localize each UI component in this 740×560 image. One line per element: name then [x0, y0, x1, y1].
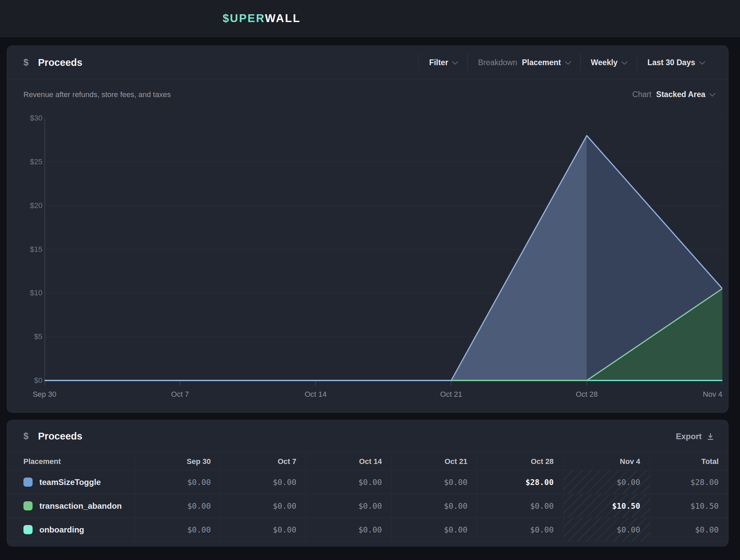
y-axis-tick-label: $25 [17, 157, 42, 167]
proceeds-table-body: teamSizeToggle $0.00$0.00$0.00$0.00$28.0… [7, 470, 728, 542]
dollar-icon: $ [23, 431, 29, 442]
chart-type-dropdown[interactable]: Chart Stacked Area [632, 90, 715, 99]
value-cell: $28.00 [650, 470, 728, 494]
chart-card-header: $ Proceeds Filter Breakdown Placement We… [7, 46, 728, 79]
proceeds-table: PlacementSep 30Oct 7Oct 14Oct 21Oct 28No… [7, 452, 728, 542]
x-axis-tick-label: Nov 4 [703, 390, 722, 399]
placement-name: transaction_abandon [39, 501, 122, 511]
proceeds-table-card: $ Proceeds Export PlacementSep 30Oct 7Oc… [7, 420, 728, 546]
date-range-dropdown[interactable]: Last 30 Days [637, 54, 715, 71]
chart-type-label: Chart [632, 90, 651, 99]
value-cell: $28.00 [477, 470, 563, 494]
chart-subrow: Revenue after refunds, store fees, and t… [23, 90, 715, 99]
filter-label: Filter [429, 58, 448, 67]
value-cell: $0.00 [306, 518, 391, 541]
column-header: Nov 4 [563, 453, 650, 470]
series-color-swatch [23, 501, 33, 510]
y-axis-tick-label: $0 [17, 376, 42, 385]
y-axis-tick-label: $30 [17, 113, 42, 123]
logo-prefix: $UPER [223, 12, 265, 24]
chart-type-value: Stacked Area [656, 90, 705, 99]
placement-name: onboarding [39, 525, 84, 535]
superwall-logo[interactable]: $UPERWALL [223, 12, 301, 25]
chevron-down-icon [565, 58, 571, 64]
table-row: onboarding $0.00$0.00$0.00$0.00$0.00$0.0… [7, 518, 728, 542]
value-cell: $10.50 [650, 494, 728, 518]
value-cell: $0.00 [220, 494, 306, 518]
stacked-area-plot [44, 118, 722, 386]
app-header: $UPERWALL [0, 0, 740, 37]
x-axis-tick-label: Sep 30 [33, 390, 56, 399]
value-cell: $10.50 [563, 494, 650, 518]
placement-cell: transaction_abandon [7, 494, 135, 518]
download-icon [706, 432, 715, 441]
placement-cell: onboarding [7, 518, 135, 541]
breakdown-dropdown[interactable]: Breakdown Placement [467, 54, 580, 71]
y-axis-tick-label: $15 [17, 245, 42, 254]
series-color-swatch [23, 525, 33, 534]
column-header: Oct 7 [220, 453, 306, 470]
chart-subtitle: Revenue after refunds, store fees, and t… [23, 90, 171, 99]
placement-cell: teamSizeToggle [7, 470, 135, 494]
value-cell: $0.00 [135, 518, 220, 541]
column-header: Sep 30 [135, 453, 220, 470]
column-header: Total [650, 453, 728, 470]
period-dropdown[interactable]: Weekly [580, 54, 637, 71]
value-cell: $0.00 [477, 494, 563, 518]
value-cell: $0.00 [650, 518, 728, 541]
value-cell: $0.00 [306, 470, 391, 494]
value-cell: $0.00 [135, 470, 220, 494]
proceeds-chart-card: $ Proceeds Filter Breakdown Placement We… [7, 45, 728, 413]
series-color-swatch [23, 478, 33, 487]
value-cell: $0.00 [220, 470, 306, 494]
table-card-header: $ Proceeds Export [7, 420, 728, 452]
value-cell: $0.00 [391, 494, 477, 518]
column-header: Oct 28 [477, 453, 563, 470]
export-button[interactable]: Export [676, 432, 715, 441]
dollar-icon: $ [23, 57, 29, 68]
value-cell: $0.00 [563, 518, 650, 541]
x-axis-tick-label: Oct 14 [304, 390, 327, 399]
chevron-down-icon [699, 58, 705, 64]
table-header-row: PlacementSep 30Oct 7Oct 14Oct 21Oct 28No… [7, 452, 728, 470]
filter-dropdown[interactable]: Filter [419, 54, 467, 71]
x-axis-tick-label: Oct 21 [440, 390, 462, 399]
chart-card-title: Proceeds [38, 57, 82, 68]
value-cell: $0.00 [477, 518, 563, 541]
chevron-down-icon [622, 58, 628, 64]
breakdown-label: Breakdown [478, 58, 517, 67]
value-cell: $0.00 [306, 494, 391, 518]
period-value: Weekly [591, 58, 618, 67]
value-cell: $0.00 [220, 518, 306, 541]
value-cell: $0.00 [135, 494, 220, 518]
table-card-title: Proceeds [38, 431, 82, 442]
table-row: teamSizeToggle $0.00$0.00$0.00$0.00$28.0… [7, 470, 728, 494]
x-axis-tick-label: Oct 7 [171, 390, 189, 399]
chevron-down-icon [452, 58, 458, 64]
chevron-down-icon [709, 90, 715, 96]
export-label: Export [676, 432, 702, 441]
value-cell: $0.00 [391, 518, 477, 541]
value-cell: $0.00 [391, 470, 477, 494]
y-axis-tick-label: $20 [17, 201, 42, 210]
date-range-value: Last 30 Days [647, 58, 695, 67]
column-header: Oct 21 [391, 453, 477, 470]
y-axis-tick-label: $10 [17, 288, 42, 298]
placement-name: teamSizeToggle [39, 478, 101, 487]
chart-controls: Filter Breakdown Placement Weekly Last 3… [419, 54, 715, 71]
x-axis-tick-label: Oct 28 [576, 390, 598, 399]
column-header-placement: Placement [7, 453, 135, 470]
column-header: Oct 14 [306, 453, 391, 470]
table-row: transaction_abandon $0.00$0.00$0.00$0.00… [7, 494, 728, 518]
logo-suffix: WALL [265, 12, 300, 24]
value-cell: $0.00 [563, 470, 650, 494]
y-axis-tick-label: $5 [17, 332, 42, 341]
breakdown-value: Placement [522, 58, 561, 67]
